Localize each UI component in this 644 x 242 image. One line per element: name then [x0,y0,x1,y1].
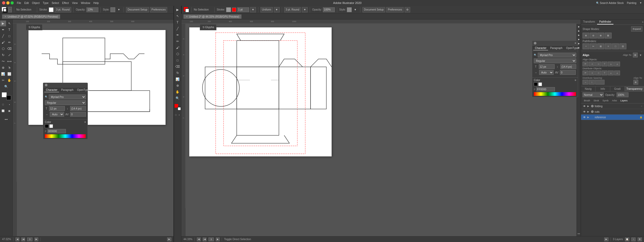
layer-cuts[interactable]: 👁 ▶ cuts ○ [581,109,644,115]
layer-lock-folding[interactable]: ○ [641,105,642,107]
left-page-next-btn[interactable]: ▶ [35,238,38,241]
tool-shape[interactable]: □ [7,33,12,39]
spacing-v-btn[interactable]: ↕ [589,80,595,85]
screen-mode-btn[interactable]: ⬜ [0,108,6,114]
tool-zoom[interactable]: 🔍 [3,84,9,90]
align-to-option-btn[interactable]: ⊞ [633,80,638,85]
left-opentype-tab[interactable]: OpenType [76,88,91,92]
left-canvas-arrange-btn[interactable]: ▶ [167,238,171,241]
intersect-btn[interactable]: ⊗ [597,33,604,38]
right-stroke-color-box[interactable] [226,7,231,12]
rtool-stroke-box[interactable] [177,107,181,111]
right-white-swatch[interactable] [538,82,542,86]
left-color-gradient[interactable] [45,134,86,138]
rtool-shape[interactable]: □ [175,57,181,63]
stroke-tab-item[interactable]: Strok [592,99,601,102]
right-extra-btn[interactable]: ⚙ [405,7,410,12]
left-tracking-select[interactable]: Auto [50,112,64,117]
right-color-gradient[interactable] [534,92,576,96]
navig-tab[interactable]: Navig [581,86,595,91]
tool-rotate[interactable]: ↻ [0,52,6,58]
right-leading-input[interactable] [560,64,576,69]
tool-direct-select[interactable]: ↖ [7,21,12,26]
right-kern-input[interactable] [560,70,576,75]
right-glyphs-label[interactable]: Glyphs [205,26,214,29]
tool-graph[interactable]: 📊 [0,71,6,77]
tool-blend[interactable]: ⊕ [0,65,6,71]
pathfinder-tab[interactable]: Pathfinder [597,19,613,24]
rtool-zoom[interactable]: 🔍 [175,95,181,101]
tool-select[interactable]: ▶ [0,21,6,26]
rtool-view2[interactable]: ▪ [178,112,181,118]
merge-btn[interactable]: ⊞ [597,43,604,49]
menu-item-file[interactable]: File [17,2,21,4]
left-hex-input[interactable] [47,129,66,133]
tool-scale[interactable]: ⤢ [7,52,12,58]
gradi-tab[interactable]: Gradi [610,86,625,91]
spacing-h-btn[interactable]: ↔ [583,80,588,85]
align-center-h-btn[interactable]: ⊣ [589,62,595,66]
left-char-tab[interactable]: Character [44,88,59,92]
right-page-next-btn[interactable]: ▶ [216,238,220,241]
tool-eyedropper[interactable]: 🖱 [7,65,12,71]
dist-top-btn[interactable]: ⊤ [602,71,607,75]
layer-reference[interactable]: 👁 ▶ reference 🔒 [581,115,644,120]
right-preferences-btn[interactable]: Preferences [386,7,404,12]
fill-color-box[interactable] [2,92,7,97]
tool-width[interactable]: ⟺ [7,58,12,64]
transparency-tab[interactable]: Transparency [625,86,644,91]
layer-lock-reference[interactable]: 🔒 [640,116,642,118]
crop-btn[interactable]: ⌗ [605,43,612,49]
layer-vis-folding[interactable]: 👁 [583,104,586,108]
trim-btn[interactable]: ✂ [590,43,597,49]
right-style-dropdown[interactable]: ▼ [353,7,358,12]
right-stroke-type-btn[interactable]: ▼ [250,7,256,12]
layers-panel-btn[interactable]: 📋 [625,238,629,241]
left-doc-setup-btn[interactable]: Document Setup [126,7,149,12]
menu-item-view[interactable]: View [72,2,78,4]
menu-item-window[interactable]: Window [81,2,90,4]
unite-btn[interactable]: ⊕ [583,33,589,38]
tool-eraser[interactable]: ⌫ [7,46,12,52]
panel-expand-btn[interactable]: » [641,19,644,24]
left-opacity-input[interactable] [86,7,98,12]
left-page-input[interactable] [27,238,32,241]
right-style-select[interactable]: Regular [534,58,576,63]
right-doc-tab-close[interactable]: ✕ [186,15,188,18]
right-char-panel-close[interactable] [534,42,536,45]
align-expand-btn[interactable]: ▼ [639,54,642,57]
right-char-panel-header[interactable]: ≡ [532,41,578,46]
right-brush-style-btn[interactable]: 3 pt. Round [284,7,301,12]
more-tools-btn[interactable]: ••• [3,116,9,122]
expand-shape-btn[interactable]: Expand [631,26,642,32]
symb-tab-item[interactable]: Symb [601,99,610,102]
align-right-btn[interactable]: ⊣ [595,62,601,66]
layer-create-btn[interactable]: + [631,238,636,241]
left-preferences-btn[interactable]: Preferences [150,7,167,12]
blend-mode-select[interactable]: Normal [583,92,604,97]
right-brush-dropdown[interactable]: ▼ [302,7,308,12]
layer-expand-reference[interactable]: ▶ [587,116,590,118]
spacing-input[interactable] [595,80,604,85]
rtool-eraser[interactable]: ⌫ [175,64,181,70]
tool-warp[interactable]: 〜 [0,58,6,64]
right-edge-dots[interactable]: ••• [578,233,580,235]
left-kerning-input[interactable] [70,112,86,117]
right-opentype-tab[interactable]: OpenType [565,46,580,50]
left-doc-tab-close[interactable]: ✕ [4,15,7,18]
screen-mode[interactable] [8,10,12,12]
left-style-box[interactable] [110,7,115,12]
dist-center-h-btn[interactable]: ⊣ [589,71,595,75]
dist-bottom-btn[interactable]: ⊥ [614,71,620,75]
layer-vis-reference[interactable]: 👁 [583,115,586,119]
right-doc-tab[interactable]: ✕ Untitled-2* @ 44.33% (RGB/GPU Preview) [183,14,241,19]
rtool-pencil[interactable]: ✏ [175,38,181,44]
rtool-line[interactable]: ╱ [175,26,181,32]
dist-left-btn[interactable]: ⊢ [583,71,588,75]
right-char-panel-menu[interactable]: ≡ [575,42,576,45]
left-page-first-btn[interactable]: |◀ [21,238,25,241]
workspace-dropdown[interactable]: ▼ [640,2,642,4]
right-opacity-input[interactable] [323,7,335,12]
layer-folding[interactable]: 👁 ▶ folding ○ [581,103,644,109]
menu-item-help[interactable]: Help [93,2,99,4]
